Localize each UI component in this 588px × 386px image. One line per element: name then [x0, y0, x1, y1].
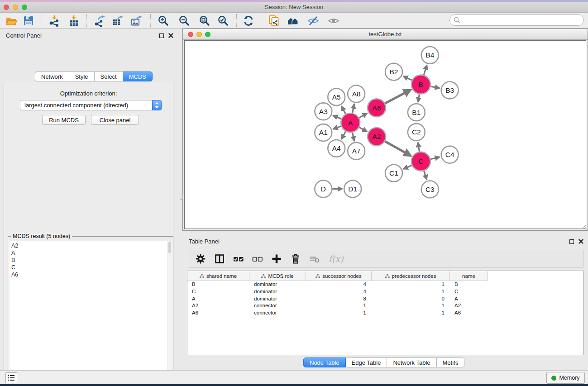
- add-column-button[interactable]: [271, 253, 283, 265]
- close-panel-button[interactable]: Close panel: [91, 115, 139, 125]
- tab-mcds[interactable]: MCDS: [123, 71, 153, 81]
- table-cell[interactable]: A6: [187, 310, 249, 317]
- table-cell[interactable]: C: [450, 288, 488, 295]
- export-table-button[interactable]: [110, 14, 125, 28]
- column-header-mcds-role[interactable]: MCDS role: [249, 271, 306, 281]
- table-cell[interactable]: A2: [187, 302, 249, 310]
- delete-column-button[interactable]: [290, 253, 302, 265]
- column-header-successor-nodes[interactable]: successor nodes: [306, 271, 372, 281]
- table-cell[interactable]: A: [450, 295, 488, 303]
- graph-node-A5[interactable]: A5: [328, 88, 345, 105]
- result-list-scrollbar[interactable]: [167, 241, 172, 386]
- memory-button[interactable]: Memory: [546, 372, 585, 384]
- save-session-button[interactable]: [21, 14, 36, 28]
- graph-node-A4[interactable]: A4: [328, 140, 345, 157]
- graph-node-B1[interactable]: B1: [408, 104, 425, 121]
- deselect-all-button[interactable]: [252, 253, 264, 265]
- graph-node-A1[interactable]: A1: [315, 124, 332, 141]
- zoom-in-button[interactable]: [156, 14, 171, 28]
- graph-node-B2[interactable]: B2: [385, 63, 402, 81]
- graph-node-C4[interactable]: C4: [441, 146, 459, 163]
- table-cell[interactable]: 8: [306, 295, 372, 303]
- graph-node-B[interactable]: B: [411, 75, 430, 94]
- table-cell[interactable]: connector: [249, 310, 306, 317]
- float-table-panel-icon[interactable]: [569, 239, 574, 244]
- import-table-button[interactable]: [66, 14, 81, 28]
- graph-node-A8[interactable]: A8: [348, 86, 365, 103]
- task-history-button[interactable]: [5, 372, 17, 383]
- graph-node-C[interactable]: C: [411, 152, 430, 171]
- graph-node-C2[interactable]: C2: [408, 124, 425, 141]
- table-row[interactable]: Adominator80A: [187, 295, 583, 303]
- close-panel-icon[interactable]: [168, 33, 173, 38]
- zoom-out-button[interactable]: [177, 14, 192, 28]
- graph-node-A7[interactable]: A7: [348, 143, 365, 160]
- table-options-button[interactable]: [195, 253, 207, 265]
- table-cell[interactable]: B: [187, 281, 249, 288]
- graph-node-A3[interactable]: A3: [315, 103, 332, 120]
- export-network-button[interactable]: [92, 14, 107, 28]
- table-cell[interactable]: dominator: [249, 288, 306, 295]
- graph-node-B3[interactable]: B3: [441, 82, 459, 99]
- graph-node-D[interactable]: D: [315, 181, 332, 198]
- open-session-button[interactable]: [4, 14, 19, 28]
- table-cell[interactable]: A6: [450, 310, 488, 317]
- export-image-button[interactable]: [129, 14, 144, 28]
- tab-select[interactable]: Select: [95, 71, 123, 81]
- column-header-shared-name[interactable]: shared name: [187, 271, 249, 281]
- hide-panels-button[interactable]: [306, 14, 321, 28]
- mcds-result-item[interactable]: A2: [10, 242, 172, 249]
- table-tab-edge-table[interactable]: Edge Table: [346, 357, 387, 367]
- graph-node-A[interactable]: A: [341, 113, 360, 132]
- network-canvas[interactable]: AA1A2A3A4A5A6A7A8BB1B2B3B4CC1C2C3C4DD1: [184, 40, 586, 229]
- table-cell[interactable]: A: [187, 295, 249, 303]
- table-cell[interactable]: dominator: [249, 295, 306, 303]
- table-cell[interactable]: connector: [249, 302, 306, 310]
- table-tab-network-table[interactable]: Network Table: [387, 357, 436, 367]
- run-mcds-button[interactable]: Run MCDS: [42, 115, 86, 125]
- select-all-button[interactable]: [233, 253, 245, 265]
- mcds-result-item[interactable]: B: [10, 257, 172, 264]
- table-cell[interactable]: 1: [372, 281, 450, 288]
- graph-node-A6[interactable]: A6: [368, 99, 386, 117]
- tab-style[interactable]: Style: [69, 71, 95, 81]
- search-input[interactable]: [449, 14, 584, 26]
- import-network-button[interactable]: [47, 14, 62, 28]
- criterion-dropdown[interactable]: largest connected component (directed): [20, 100, 162, 110]
- table-cell[interactable]: A2: [450, 302, 488, 310]
- table-row[interactable]: A6connector11A6: [187, 310, 583, 317]
- zoom-selected-button[interactable]: [215, 14, 231, 28]
- mcds-result-item[interactable]: A: [10, 249, 172, 257]
- table-row[interactable]: A2connector11A2: [187, 302, 583, 310]
- graph-node-C3[interactable]: C3: [421, 181, 439, 198]
- apply-layout-button[interactable]: [241, 14, 256, 28]
- mcds-result-item[interactable]: C: [10, 264, 172, 271]
- table-cell[interactable]: B: [450, 281, 488, 288]
- table-cell[interactable]: 1: [306, 302, 372, 310]
- zoom-fit-button[interactable]: [197, 14, 212, 28]
- splitter-handle[interactable]: [180, 194, 183, 200]
- column-header-name[interactable]: name: [450, 271, 488, 281]
- home-button[interactable]: [285, 14, 301, 28]
- table-cell[interactable]: 1: [372, 302, 450, 310]
- resize-grip-icon[interactable]: [581, 224, 587, 230]
- close-table-panel-icon[interactable]: [578, 239, 583, 244]
- table-tab-node-table[interactable]: Node Table: [303, 357, 346, 367]
- graph-node-B4[interactable]: B4: [421, 47, 439, 64]
- table-cell[interactable]: 4: [306, 281, 372, 288]
- graph-node-D1[interactable]: D1: [344, 181, 361, 198]
- mcds-result-item[interactable]: A6: [10, 271, 172, 278]
- tab-network[interactable]: Network: [35, 71, 69, 81]
- graph-node-C1[interactable]: C1: [385, 165, 402, 182]
- graph-node-A2[interactable]: A2: [368, 128, 386, 146]
- float-panel-icon[interactable]: [159, 33, 164, 38]
- show-panels-button[interactable]: [326, 14, 341, 28]
- table-cell[interactable]: 1: [372, 288, 450, 295]
- table-cell[interactable]: dominator: [249, 281, 306, 288]
- table-row[interactable]: Bdominator41B: [187, 281, 583, 288]
- show-column-button[interactable]: [214, 253, 226, 265]
- table-tab-motifs[interactable]: Motifs: [437, 357, 465, 367]
- table-cell[interactable]: 0: [372, 295, 450, 303]
- table-cell[interactable]: 1: [372, 310, 450, 317]
- table-cell[interactable]: 1: [306, 310, 372, 317]
